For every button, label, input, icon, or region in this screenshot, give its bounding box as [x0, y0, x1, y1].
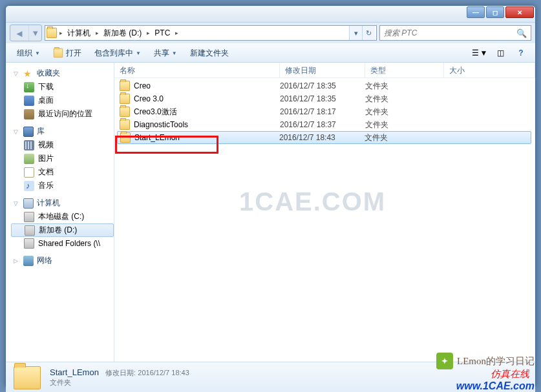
- file-name: DiagnosticTools: [134, 120, 188, 129]
- folder-icon: [47, 28, 57, 38]
- column-headers: 名称 修改日期 类型 大小: [114, 63, 535, 78]
- file-date: 2016/12/7 18:37: [280, 120, 365, 129]
- chevron-right-icon[interactable]: ▸: [173, 30, 180, 36]
- breadcrumb-drive-d[interactable]: 新加卷 (D:): [101, 26, 144, 40]
- file-date: 2016/12/7 18:35: [280, 81, 365, 90]
- explorer-window: — ◻ ✕ ◄ ▾ ▸ 计算机 ▸ 新加卷 (D:) ▸ PTC ▸ ▾ ↻ 搜…: [5, 5, 536, 387]
- details-type: 文件夹: [50, 378, 189, 387]
- file-list-pane: 名称 修改日期 类型 大小 Creo2016/12/7 18:35文件夹Creo…: [114, 63, 535, 362]
- wechat-icon: ✦: [436, 353, 453, 369]
- file-type: 文件夹: [365, 132, 443, 143]
- close-button[interactable]: ✕: [505, 6, 534, 18]
- table-row[interactable]: Creo2016/12/7 18:35文件夹: [114, 79, 535, 92]
- chevron-right-icon[interactable]: ▸: [57, 30, 65, 36]
- column-header-name[interactable]: 名称: [114, 63, 280, 77]
- file-name: Creo: [134, 81, 151, 90]
- navigation-pane[interactable]: ▽收藏夹 下载 桌面 最近访问的位置 ▽库 视频 图片 文档 音乐 ▽计算机 本…: [6, 63, 114, 362]
- column-header-type[interactable]: 类型: [365, 63, 444, 77]
- favorites-group[interactable]: ▽收藏夹: [11, 67, 114, 80]
- view-options-button[interactable]: ☰▼: [471, 46, 489, 60]
- address-box[interactable]: ▸ 计算机 ▸ 新加卷 (D:) ▸ PTC ▸ ▾ ↻: [45, 25, 377, 41]
- nav-music[interactable]: 音乐: [11, 179, 114, 192]
- desktop-icon: [24, 96, 34, 106]
- file-date: 2016/12/7 18:35: [280, 94, 365, 103]
- table-row[interactable]: Creo3.0激活2016/12/7 18:17文件夹: [114, 105, 535, 118]
- open-button[interactable]: 打开: [47, 45, 87, 61]
- nav-drive-c[interactable]: 本地磁盘 (C:): [11, 210, 114, 223]
- folder-icon: [14, 366, 41, 389]
- table-row[interactable]: Creo 3.02016/12/7 18:35文件夹: [114, 92, 535, 105]
- nav-drive-d[interactable]: 新加卷 (D:): [11, 223, 114, 237]
- help-button[interactable]: ?: [512, 46, 530, 60]
- chevron-right-icon[interactable]: ▸: [93, 30, 101, 36]
- file-type: 文件夹: [365, 107, 444, 118]
- brand-footer: ✦ LEmon的学习日记: [436, 353, 535, 369]
- nav-desktop[interactable]: 桌面: [11, 94, 114, 107]
- folder-icon: [120, 107, 130, 117]
- download-icon: [24, 82, 34, 92]
- nav-downloads[interactable]: 下载: [11, 80, 114, 94]
- folder-icon: [120, 132, 131, 143]
- address-bar: ◄ ▾ ▸ 计算机 ▸ 新加卷 (D:) ▸ PTC ▸ ▾ ↻ 搜索 PTC …: [6, 23, 535, 43]
- breadcrumb-computer[interactable]: 计算机: [65, 26, 93, 40]
- nav-pictures[interactable]: 图片: [11, 152, 114, 165]
- recent-icon: [24, 109, 34, 119]
- folder-icon: [120, 94, 130, 104]
- include-in-library-button[interactable]: 包含到库中▼: [89, 45, 147, 61]
- star-icon: [23, 68, 34, 79]
- file-name: Start_LEmon: [134, 133, 180, 142]
- organize-button[interactable]: 组织▼: [11, 45, 46, 61]
- details-mod-value: 2016/12/7 18:43: [138, 369, 189, 377]
- back-button[interactable]: ◄: [10, 25, 28, 41]
- breadcrumb-ptc[interactable]: PTC: [152, 26, 173, 40]
- new-folder-button[interactable]: 新建文件夹: [184, 45, 235, 61]
- library-group[interactable]: ▽库: [11, 125, 114, 138]
- network-group[interactable]: ▷网络: [11, 254, 114, 267]
- nav-recent[interactable]: 最近访问的位置: [11, 107, 114, 121]
- maximize-button[interactable]: ◻: [486, 6, 504, 18]
- file-name: Creo 3.0: [134, 94, 164, 103]
- forward-button[interactable]: ▾: [28, 25, 41, 41]
- computer-icon: [23, 198, 34, 209]
- document-icon: [24, 167, 34, 178]
- file-date: 2016/12/7 18:43: [279, 133, 365, 142]
- refresh-button[interactable]: ↻: [362, 26, 375, 40]
- picture-icon: [24, 154, 34, 164]
- file-type: 文件夹: [365, 94, 444, 105]
- nav-documents[interactable]: 文档: [11, 165, 114, 179]
- body-area: ▽收藏夹 下载 桌面 最近访问的位置 ▽库 视频 图片 文档 音乐 ▽计算机 本…: [6, 63, 535, 362]
- file-date: 2016/12/7 18:17: [280, 107, 365, 116]
- file-name: Creo3.0激活: [134, 107, 177, 118]
- network-icon: [23, 256, 34, 266]
- details-mod-label: 修改日期:: [105, 369, 136, 377]
- column-header-date[interactable]: 修改日期: [280, 63, 365, 77]
- address-dropdown-button[interactable]: ▾: [349, 26, 362, 40]
- search-input[interactable]: 搜索 PTC 🔍: [379, 25, 531, 41]
- title-bar: — ◻ ✕: [6, 6, 535, 23]
- file-type: 文件夹: [365, 119, 444, 130]
- minimize-button[interactable]: —: [467, 6, 485, 18]
- folder-icon: [120, 81, 130, 91]
- open-icon: [54, 48, 63, 57]
- nav-videos[interactable]: 视频: [11, 138, 114, 152]
- video-icon: [24, 140, 34, 150]
- search-placeholder: 搜索 PTC: [384, 28, 417, 39]
- table-row[interactable]: Start_LEmon2016/12/7 18:43文件夹: [117, 131, 531, 144]
- music-icon: [24, 181, 34, 191]
- brand-text: LEmon的学习日记: [457, 355, 535, 367]
- search-icon: 🔍: [516, 28, 527, 38]
- toolbar: 组织▼ 打开 包含到库中▼ 共享▼ 新建文件夹 ☰▼ ◫ ?: [6, 43, 535, 63]
- share-button[interactable]: 共享▼: [148, 45, 183, 61]
- computer-group[interactable]: ▽计算机: [11, 196, 114, 210]
- table-row[interactable]: DiagnosticTools2016/12/7 18:37文件夹: [114, 118, 535, 131]
- drive-icon: [25, 225, 35, 236]
- preview-pane-button[interactable]: ◫: [491, 46, 509, 60]
- file-list-body[interactable]: Creo2016/12/7 18:35文件夹Creo 3.02016/12/7 …: [114, 78, 535, 362]
- folder-icon: [120, 119, 130, 130]
- column-header-size[interactable]: 大小: [444, 63, 535, 77]
- details-name: Start_LEmon: [50, 367, 99, 377]
- footer-url-1: 仿真在线: [491, 368, 529, 380]
- chevron-right-icon[interactable]: ▸: [144, 30, 152, 36]
- drive-icon: [24, 212, 34, 222]
- nav-shared-folders[interactable]: Shared Folders (\\: [11, 237, 114, 250]
